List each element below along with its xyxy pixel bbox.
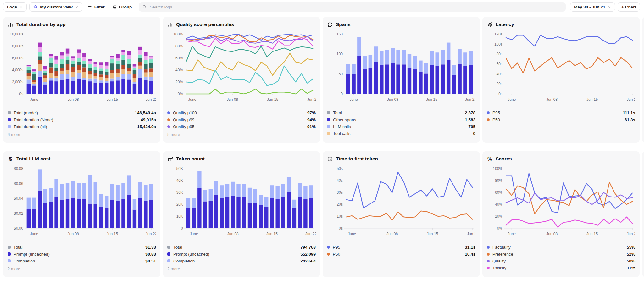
legend: P95111.1sP5061.3s [487,109,635,123]
legend-item[interactable]: Completion242,664 [167,257,316,264]
date-range-button[interactable]: May 30 - Jun 21 [570,2,615,12]
legend-label: Other spans [333,117,356,122]
svg-text:Jun 22: Jun 22 [146,97,156,102]
add-chart-label: + Chart [621,5,636,9]
legend-value: 10.4s [465,252,475,257]
group-button[interactable]: Group [110,2,135,12]
legend-item[interactable]: Total duration (cli)15,434.9s [8,123,156,130]
spans-chart[interactable]: 050100150JuneJun 08Jun 15Jun 22 [327,29,475,108]
legend-swatch [327,246,330,249]
svg-text:$0.00: $0.00 [14,226,23,230]
legend-item[interactable]: P95111.1s [487,109,635,116]
search-input[interactable] [149,4,562,10]
legend-item[interactable]: Preference52% [487,251,635,257]
view-selector-button[interactable]: My custom view [29,2,82,12]
card-title-label: Time to first token [336,156,378,162]
legend-swatch [8,111,11,114]
legend-label: Factuality [492,245,511,250]
legend-swatch [487,267,490,269]
legend-item[interactable]: Prompt (uncached)$0.83 [8,251,156,257]
legend-item[interactable]: P9531.1s [327,244,475,251]
legend-item[interactable]: Total duration (None)49,015s [8,116,156,123]
legend-item[interactable]: Quality p10097% [167,109,316,116]
legend-item[interactable]: P5010.4s [327,251,475,257]
legend-more[interactable]: 6 more [8,132,156,137]
svg-text:6,000s: 6,000s [12,56,23,60]
svg-text:40s: 40s [337,178,343,183]
filter-button-label: Filter [94,5,105,9]
legend-item[interactable]: Quality p9994% [167,116,316,123]
legend-more[interactable]: 2 more [167,267,316,271]
svg-text:$0.06: $0.06 [14,181,23,186]
svg-text:Jun 22: Jun 22 [307,97,316,102]
add-chart-button[interactable]: + Chart [618,2,640,12]
card-title-label: Total LLM cost [16,156,50,162]
legend-value: 146,549.4s [135,111,156,115]
logs-button-label: Logs [7,5,17,9]
svg-text:2,000s: 2,000s [12,80,23,84]
time-to-first-token-chart[interactable]: 0s10s20s30s40s50sJuneJun 08Jun 15Jun 22 [327,164,475,243]
legend-item[interactable]: Total$1.33 [8,244,156,251]
legend-item[interactable]: Factuality55% [487,244,635,251]
legend-value: 61.3s [625,117,635,122]
legend-label: Quality [492,259,506,263]
legend-item[interactable]: Toxicity11% [487,264,635,271]
layers-icon [33,5,38,9]
legend-more[interactable]: 5 more [167,132,316,137]
legend-item[interactable]: Completion$0.51 [8,257,156,264]
legend-item[interactable]: Other spans1,583 [327,116,475,123]
token-count-chart[interactable]: 010K20K30K40K50KJuneJun 08Jun 15Jun 22 [167,164,316,243]
legend-item[interactable]: P5061.3s [487,116,635,123]
svg-text:June: June [190,232,198,236]
logs-button[interactable]: Logs [3,2,27,12]
svg-text:Jun 15: Jun 15 [267,97,278,102]
svg-text:$0.04: $0.04 [14,196,23,201]
chart-row-2: $ Total LLM cost $0.00$0.02$0.04$0.06$0.… [3,151,644,277]
legend-value: $0.51 [145,259,156,263]
total-duration-by-app-chart[interactable]: 0s2,000s4,000s6,000s8,000s10,000sJuneJun… [8,29,156,108]
card-title: $ Total LLM cost [8,155,156,162]
legend-label: Total (model) [14,111,38,115]
card-title-label: Scores [496,156,512,162]
svg-text:Jun 08: Jun 08 [386,232,398,236]
legend-item-left: Other spans [327,117,356,122]
legend-swatch [167,259,170,262]
legend-item[interactable]: Total794,763 [167,244,316,251]
legend-item[interactable]: Quality p9591% [167,123,316,130]
card-title: Token count [167,155,316,162]
svg-text:80s: 80s [497,52,502,56]
legend-more[interactable]: 2 more [8,267,156,271]
svg-text:$0.02: $0.02 [14,211,23,216]
quality-score-percentiles-chart[interactable]: 0%20%40%60%80%100%JuneJun 08Jun 15Jun 22 [167,29,316,108]
legend-value: 97% [307,111,316,115]
filter-button[interactable]: Filter [85,2,107,12]
legend-item[interactable]: Tool calls0 [327,130,475,137]
legend-item[interactable]: Quality50% [487,257,635,264]
filter-icon [87,5,92,9]
legend-item-left: Toxicity [487,266,506,270]
legend-label: Total [173,245,182,250]
legend-item[interactable]: Total2,378 [327,109,475,116]
legend-item-left: Total duration (None) [8,117,53,122]
svg-text:80%: 80% [495,178,502,183]
legend-item[interactable]: Prompt (uncached)552,099 [167,251,316,257]
latency-chart[interactable]: 0s20s40s60s80s100s120sJuneJun 08Jun 15Ju… [487,29,635,108]
svg-text:0%: 0% [178,92,183,96]
legend-item-left: Preference [487,252,513,257]
legend-swatch [167,252,170,256]
legend-swatch [167,125,170,128]
legend-item[interactable]: LLM calls795 [327,123,475,130]
svg-text:20%: 20% [175,80,183,84]
total-llm-cost-chart[interactable]: $0.00$0.02$0.04$0.06$0.08JuneJun 08Jun 1… [8,164,156,243]
legend-item-left: Tool calls [327,131,351,136]
legend-item-left: Total [8,245,23,250]
legend-label: Total duration (cli) [14,124,47,129]
legend: P9531.1sP5010.4s [327,244,475,257]
svg-text:Jun 15: Jun 15 [427,232,438,236]
card-title-label: Quality score percentiles [176,22,234,27]
card-title: Latency [487,21,635,28]
search-bar[interactable] [139,2,566,12]
scores-chart[interactable]: 0%20%40%60%80%100%JuneJun 08Jun 15Jun 22 [487,164,635,243]
legend-item[interactable]: Total (model)146,549.4s [8,109,156,116]
legend-swatch [8,125,11,128]
